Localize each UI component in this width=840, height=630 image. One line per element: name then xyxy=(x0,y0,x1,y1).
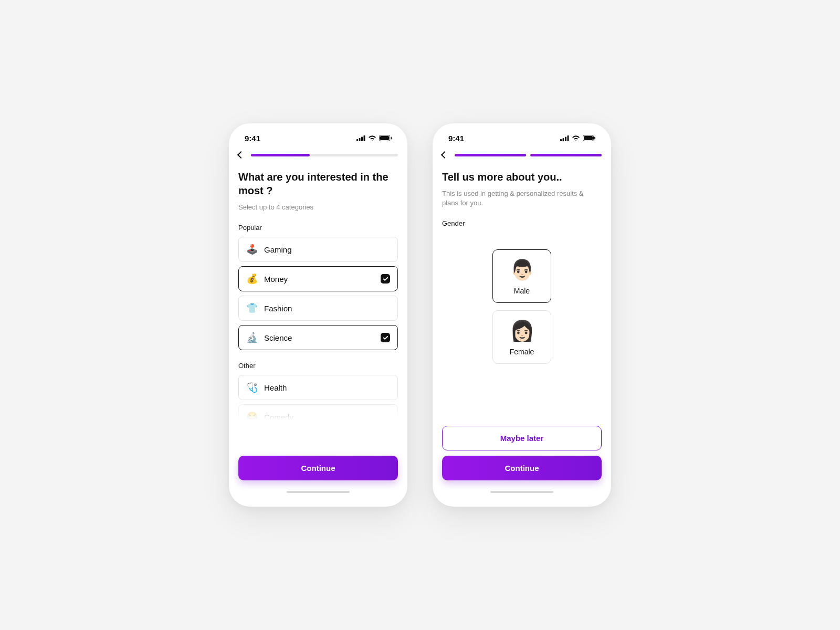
category-item[interactable]: 💰Money xyxy=(238,266,398,291)
battery-icon xyxy=(583,134,595,143)
section-other-label: Other xyxy=(238,362,398,370)
svg-rect-7 xyxy=(560,139,562,141)
category-emoji-icon: 🔬 xyxy=(246,332,258,343)
gender-label: Female xyxy=(510,348,534,356)
checkmark-icon xyxy=(381,274,390,284)
category-label: Gaming xyxy=(264,245,292,254)
svg-rect-6 xyxy=(391,137,392,140)
category-label: Science xyxy=(264,333,292,342)
svg-rect-12 xyxy=(584,136,593,140)
category-item[interactable]: 🩺Health xyxy=(238,375,398,400)
back-icon[interactable] xyxy=(237,151,245,159)
gender-card[interactable]: 👩🏻Female xyxy=(492,310,551,364)
other-list: 🩺Health😂Comedy🎨Art xyxy=(238,375,398,452)
gender-label: Gender xyxy=(442,219,602,227)
svg-rect-2 xyxy=(361,137,363,142)
page-subtitle: Select up to 4 categories xyxy=(238,203,398,212)
wifi-icon xyxy=(572,134,580,143)
page-subtitle: This is used in getting & personalized r… xyxy=(442,189,602,208)
category-emoji-icon: 🩺 xyxy=(246,382,258,393)
category-label: Health xyxy=(264,383,287,392)
home-indicator xyxy=(490,491,553,493)
status-time: 9:41 xyxy=(448,134,464,143)
continue-button[interactable]: Continue xyxy=(238,456,398,480)
category-label: Art xyxy=(264,442,274,451)
progress-bar xyxy=(455,154,602,156)
gender-emoji-icon: 👩🏻 xyxy=(510,319,534,342)
status-bar: 9:41 xyxy=(238,132,398,147)
progress-segment xyxy=(455,154,526,156)
back-icon[interactable] xyxy=(441,151,448,159)
onboarding-gender-screen: 9:41 Tell us more about you.. This is us… xyxy=(433,123,611,507)
home-indicator xyxy=(287,491,350,493)
category-emoji-icon: 👕 xyxy=(246,302,258,314)
gender-card[interactable]: 👨🏻Male xyxy=(492,249,551,303)
page-title: Tell us more about you.. xyxy=(442,170,602,184)
gender-label: Male xyxy=(514,287,530,295)
nav-row xyxy=(238,152,398,158)
signal-icon xyxy=(560,134,569,143)
status-bar: 9:41 xyxy=(442,132,602,147)
progress-fill xyxy=(251,154,310,156)
svg-rect-0 xyxy=(356,139,358,141)
category-label: Fashion xyxy=(264,304,292,313)
page-title: What are you interested in the most ? xyxy=(238,170,398,197)
category-emoji-icon: 🕹️ xyxy=(246,244,258,255)
category-label: Comedy xyxy=(264,413,293,422)
category-label: Money xyxy=(264,275,288,284)
status-icons xyxy=(560,134,595,143)
svg-rect-5 xyxy=(380,136,389,140)
category-item[interactable]: 🎨Art xyxy=(238,434,398,452)
svg-rect-10 xyxy=(568,135,569,141)
category-emoji-icon: 😂 xyxy=(246,411,258,423)
battery-icon xyxy=(379,134,392,143)
svg-rect-3 xyxy=(364,135,365,141)
category-emoji-icon: 🎨 xyxy=(246,440,258,452)
popular-list: 🕹️Gaming💰Money👕Fashion🔬Science xyxy=(238,237,398,350)
status-time: 9:41 xyxy=(245,134,260,143)
checkmark-icon xyxy=(381,333,390,342)
category-item[interactable]: 👕Fashion xyxy=(238,296,398,321)
bottom-actions: Maybe later Continue xyxy=(442,426,602,496)
category-item[interactable]: 😂Comedy xyxy=(238,404,398,429)
gender-emoji-icon: 👨🏻 xyxy=(510,258,534,281)
svg-rect-1 xyxy=(359,138,361,141)
continue-button[interactable]: Continue xyxy=(442,456,602,480)
maybe-later-button[interactable]: Maybe later xyxy=(442,426,602,450)
category-emoji-icon: 💰 xyxy=(246,273,258,285)
svg-rect-13 xyxy=(594,137,595,140)
category-item[interactable]: 🔬Science xyxy=(238,325,398,350)
svg-rect-8 xyxy=(563,138,564,141)
section-popular-label: Popular xyxy=(238,224,398,232)
nav-row xyxy=(442,152,602,158)
svg-rect-9 xyxy=(565,137,566,142)
progress-bar xyxy=(251,154,398,156)
status-icons xyxy=(356,134,392,143)
wifi-icon xyxy=(368,134,376,143)
category-item[interactable]: 🕹️Gaming xyxy=(238,237,398,262)
categories-scroll[interactable]: Popular 🕹️Gaming💰Money👕Fashion🔬Science O… xyxy=(238,212,398,452)
signal-icon xyxy=(356,134,365,143)
onboarding-interests-screen: 9:41 What are you interested in the most… xyxy=(229,123,407,507)
bottom-actions: Continue xyxy=(238,456,398,496)
progress-segment xyxy=(530,154,602,156)
gender-options: 👨🏻Male👩🏻Female xyxy=(442,249,602,364)
